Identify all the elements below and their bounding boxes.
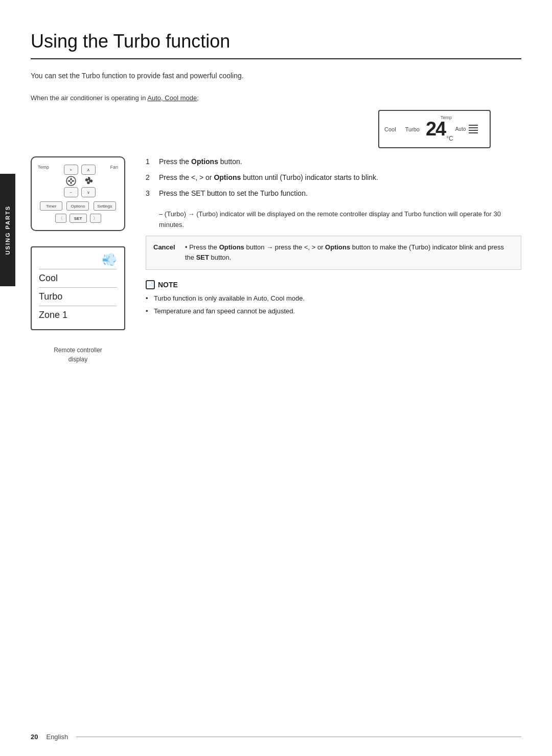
- svg-point-1: [70, 180, 72, 182]
- step-list: 1 Press the Options button. 2 Press the …: [146, 156, 521, 199]
- step-2: 2 Press the <, > or Options button until…: [146, 172, 521, 183]
- sub-step: – (Turbo) → (Turbo) indicator will be di…: [159, 209, 521, 231]
- note-section: 📄 NOTE Turbo function is only available …: [146, 280, 521, 317]
- dp-cool-label: Cool: [384, 126, 396, 132]
- display-panel: Cool Turbo Temp 24 °C Auto: [378, 110, 491, 148]
- footer-divider: [76, 737, 521, 737]
- intro-text: You can set the Turbo function to provid…: [31, 72, 521, 80]
- remote-controller: Temp + ∧: [31, 156, 125, 231]
- step-1-text: Press the Options button.: [159, 156, 521, 167]
- remote-temp-minus[interactable]: −: [64, 187, 78, 197]
- page-title: Using the Turbo function: [31, 31, 521, 59]
- dp-lines-icon: [469, 125, 478, 133]
- dp-auto-label: Auto: [455, 126, 466, 132]
- note-list: Turbo function is only available in Auto…: [146, 293, 521, 317]
- side-tab: USING PARTS: [0, 174, 15, 286]
- note-label: NOTE: [158, 281, 178, 289]
- instructions-panel: 1 Press the Options button. 2 Press the …: [146, 156, 521, 319]
- step-2-text: Press the <, > or Options button until (…: [159, 172, 521, 183]
- remote-options-btn[interactable]: Options: [66, 201, 89, 211]
- step-1: 1 Press the Options button.: [146, 156, 521, 167]
- footer: 20 English: [31, 733, 521, 741]
- step-3-num: 3: [146, 188, 154, 199]
- step-2-num: 2: [146, 172, 154, 183]
- note-item-1: Turbo function is only available in Auto…: [146, 293, 521, 304]
- remote-wrapper: Temp + ∧: [31, 156, 125, 364]
- side-tab-label: USING PARTS: [5, 205, 11, 255]
- remote-left-btn[interactable]: 〈: [55, 214, 66, 223]
- cancel-box: Cancel • Press the Options button → pres…: [146, 236, 521, 270]
- remote-display: 💨 Cool Turbo Zone 1: [31, 246, 125, 330]
- vent-icon: [65, 175, 77, 187]
- cancel-content: • Press the Options button → press the <…: [185, 242, 514, 264]
- remote-caption: Remote controller display: [54, 346, 102, 364]
- note-header: 📄 NOTE: [146, 280, 521, 289]
- note-item-2: Temperature and fan speed cannot be adju…: [146, 306, 521, 317]
- remote-right-btn[interactable]: 〉: [90, 214, 101, 223]
- remote-settings-btn[interactable]: Settings: [94, 201, 116, 211]
- note-icon: 📄: [146, 280, 155, 289]
- dp-turbo-label: Turbo: [405, 126, 420, 132]
- remote-display-zone: Zone 1: [39, 308, 117, 322]
- condition-text: When the air conditioner is operating in…: [31, 94, 521, 102]
- dp-number: 24: [426, 118, 445, 140]
- step-3-text: Press the SET button to set the Turbo fu…: [159, 188, 521, 199]
- cancel-label: Cancel: [153, 242, 179, 264]
- dp-unit: °C: [446, 135, 453, 142]
- remote-fan-label: Fan: [110, 165, 118, 170]
- footer-page-num: 20: [31, 733, 38, 741]
- footer-language: English: [46, 733, 68, 741]
- remote-temp-plus[interactable]: +: [64, 165, 78, 175]
- remote-set-btn[interactable]: SET: [70, 214, 87, 223]
- svg-point-2: [87, 180, 89, 182]
- remote-display-turbo-icon: 💨: [102, 253, 117, 267]
- step-1-num: 1: [146, 156, 154, 167]
- remote-display-turbo: Turbo: [39, 290, 117, 304]
- remote-display-cool: Cool: [39, 271, 117, 285]
- remote-fan-down[interactable]: ∨: [81, 187, 96, 197]
- dp-temp-label: Temp: [441, 115, 452, 120]
- fan-icon: [83, 175, 94, 187]
- remote-temp-label: Temp: [38, 165, 49, 170]
- remote-fan-up[interactable]: ∧: [81, 165, 96, 175]
- remote-timer-btn[interactable]: Timer: [40, 201, 62, 211]
- step-3: 3 Press the SET button to set the Turbo …: [146, 188, 521, 199]
